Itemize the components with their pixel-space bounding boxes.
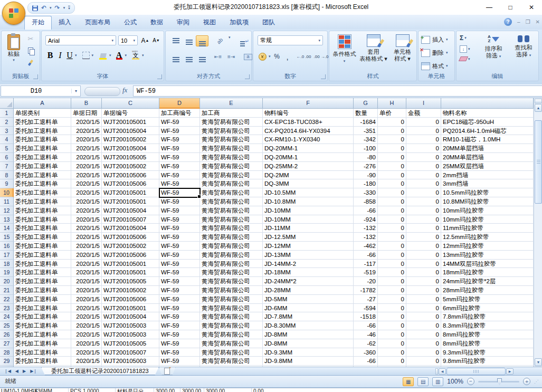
cell-A27[interactable]: 委托加工退料单 bbox=[14, 339, 71, 348]
phonetic-guide-button[interactable]: wén 文 bbox=[130, 50, 141, 61]
tab-公式[interactable]: 公式 bbox=[117, 16, 144, 30]
cell-C21[interactable]: WJT200105002 bbox=[102, 286, 159, 295]
cell-I13[interactable]: 0 bbox=[406, 215, 441, 224]
row-header-23[interactable]: 23 bbox=[0, 304, 14, 313]
cell-E13[interactable]: 黄海贸易有限公司 bbox=[200, 215, 263, 224]
cell-H3[interactable]: 0 bbox=[378, 127, 406, 136]
cell-J1[interactable]: 物料名称 bbox=[441, 109, 534, 118]
cell-J19[interactable]: 18mm玛拉胶带 bbox=[441, 268, 534, 277]
tab-开始[interactable]: 开始 bbox=[24, 16, 52, 30]
cell-A14[interactable]: 委托加工退料单 bbox=[14, 224, 71, 233]
underline-button[interactable]: U bbox=[65, 50, 74, 61]
fill-button[interactable]: ↓▾ bbox=[460, 45, 470, 53]
formula-bar-resize-handle[interactable] bbox=[84, 87, 120, 96]
workbook-minimize-button[interactable]: – bbox=[517, 19, 520, 25]
tab-团队[interactable]: 团队 bbox=[255, 16, 282, 30]
cell-E4[interactable]: 黄海贸易有限公司 bbox=[200, 135, 263, 144]
cell-C23[interactable]: WJT200105001 bbox=[102, 304, 159, 313]
cell-B9[interactable]: 2020/1/5 bbox=[71, 179, 102, 188]
sheet-tab[interactable]: 委托加工领退料记录20200107181823 bbox=[41, 367, 159, 375]
cell-F16[interactable]: JD-12MM bbox=[263, 242, 354, 251]
cell-A5[interactable]: 委托加工退料单 bbox=[14, 144, 71, 153]
cell-E28[interactable]: 黄海贸易有限公司 bbox=[200, 348, 263, 357]
cell-D8[interactable]: WF-59 bbox=[159, 171, 200, 180]
row-header-1[interactable]: 1 bbox=[0, 109, 14, 118]
cell-H21[interactable]: 0 bbox=[378, 286, 406, 295]
cell-E24[interactable]: 黄海贸易有限公司 bbox=[200, 312, 263, 321]
redo-icon[interactable]: ↷ bbox=[55, 3, 60, 13]
cell-I21[interactable]: 0 bbox=[406, 286, 441, 295]
cell-G24[interactable]: -1518 bbox=[354, 312, 378, 321]
increase-font-button[interactable]: A▲ bbox=[140, 35, 150, 45]
cell-G14[interactable]: -132 bbox=[354, 224, 378, 233]
cell-C11[interactable]: WJT200105001 bbox=[102, 197, 159, 206]
cell-F6[interactable]: DQ-20MM-1 bbox=[263, 153, 354, 162]
cell-J29[interactable]: 9.8mm玛拉胶带 bbox=[441, 357, 534, 366]
cell-H9[interactable]: 0 bbox=[378, 179, 406, 188]
cell-H12[interactable]: 0 bbox=[378, 206, 406, 215]
cell-I2[interactable]: 0 bbox=[406, 118, 441, 127]
cell-G18[interactable]: -117 bbox=[354, 260, 378, 269]
cell-I18[interactable]: 0 bbox=[406, 260, 441, 269]
page-layout-view-button[interactable]: ▤ bbox=[417, 377, 429, 386]
cell-J20[interactable]: 24mm玛拉胶带*2层 bbox=[441, 277, 534, 286]
cell-F3[interactable]: CX-PQ2014.6H-YX0394 bbox=[263, 127, 354, 136]
row-header-24[interactable]: 24 bbox=[0, 312, 14, 321]
cell-H8[interactable]: 0 bbox=[378, 171, 406, 180]
cell-G23[interactable]: -594 bbox=[354, 304, 378, 313]
cell-H23[interactable]: 0 bbox=[378, 304, 406, 313]
cell-J9[interactable]: 3mm挡墙 bbox=[441, 179, 534, 188]
row-header-7[interactable]: 7 bbox=[0, 162, 14, 171]
cell-C19[interactable]: WJT200105001 bbox=[102, 268, 159, 277]
vertical-split-handle[interactable] bbox=[535, 99, 542, 103]
cell-C2[interactable]: WJT200105001 bbox=[102, 118, 159, 127]
cell-G2[interactable]: -1684 bbox=[354, 118, 378, 127]
cell-E10[interactable]: 黄海贸易有限公司 bbox=[200, 188, 263, 197]
cell-E27[interactable]: 黄海贸易有限公司 bbox=[200, 339, 263, 348]
cell-D24[interactable]: WF-59 bbox=[159, 312, 200, 321]
cell-J23[interactable]: 6mm玛拉胶带 bbox=[441, 304, 534, 313]
column-header-B[interactable]: B bbox=[71, 98, 102, 109]
cell-G11[interactable]: -858 bbox=[354, 197, 378, 206]
cell-C7[interactable]: WJT200105002 bbox=[102, 162, 159, 171]
cell-J16[interactable]: 12mm玛拉胶带 bbox=[441, 242, 534, 251]
cell-E17[interactable]: 黄海贸易有限公司 bbox=[200, 251, 263, 260]
cell-I3[interactable]: 0 bbox=[406, 127, 441, 136]
column-header-A[interactable]: A bbox=[14, 98, 71, 109]
zoom-level[interactable]: 100% bbox=[447, 378, 463, 385]
orientation-dropdown[interactable]: ▾ bbox=[229, 35, 231, 46]
cell-I24[interactable]: 0 bbox=[406, 312, 441, 321]
cell-I16[interactable]: 0 bbox=[406, 242, 441, 251]
cell-I7[interactable]: 0 bbox=[406, 162, 441, 171]
fill-color-button[interactable] bbox=[98, 50, 108, 61]
cell-F28[interactable]: JD-9.3MM bbox=[263, 348, 354, 357]
cell-C10[interactable]: WJT200105001 bbox=[102, 188, 159, 197]
column-header-D[interactable]: D bbox=[159, 98, 200, 109]
cell-I5[interactable]: 0 bbox=[406, 144, 441, 153]
cell-A16[interactable]: 委托加工退料单 bbox=[14, 242, 71, 251]
underline-dropdown[interactable]: ▾ bbox=[75, 53, 77, 58]
column-header-J[interactable] bbox=[441, 98, 534, 109]
cell-D1[interactable]: 加工商编号 bbox=[159, 109, 200, 118]
cell-B3[interactable]: 2020/1/5 bbox=[71, 127, 102, 136]
workbook-close-button[interactable]: ✕ bbox=[536, 19, 540, 25]
row-header-6[interactable]: 6 bbox=[0, 153, 14, 162]
cut-icon[interactable]: ✂ bbox=[26, 34, 35, 43]
cell-F27[interactable]: JD-8MM bbox=[263, 339, 354, 348]
qat-customize-dropdown[interactable]: ▾ bbox=[68, 6, 70, 11]
cell-C16[interactable]: WJT200105002 bbox=[102, 242, 159, 251]
cell-F20[interactable]: JD-24MM*2 bbox=[263, 277, 354, 286]
select-all-corner[interactable] bbox=[0, 98, 14, 109]
next-sheet-button[interactable]: ▶ bbox=[23, 369, 26, 374]
cell-I14[interactable]: 0 bbox=[406, 224, 441, 233]
cell-J5[interactable]: 20MM单层挡墙 bbox=[441, 144, 534, 153]
row-header-14[interactable]: 14 bbox=[0, 224, 14, 233]
cell-E3[interactable]: 黄海贸易有限公司 bbox=[200, 127, 263, 136]
cell-I4[interactable]: 0 bbox=[406, 135, 441, 144]
cell-D9[interactable]: WF-59 bbox=[159, 179, 200, 188]
percent-button[interactable]: % bbox=[272, 51, 282, 62]
name-box[interactable]: D10 ▾ bbox=[1, 85, 81, 97]
cell-C17[interactable]: WJT200105006 bbox=[102, 251, 159, 260]
align-right-button[interactable] bbox=[196, 51, 208, 62]
tab-加载项[interactable]: 加载项 bbox=[223, 16, 255, 30]
